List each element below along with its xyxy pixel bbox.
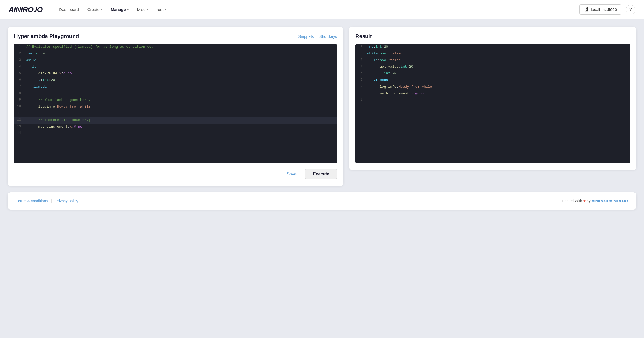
- result-content-2: while:bool:false: [365, 50, 630, 57]
- result-num-5: 5: [355, 70, 365, 77]
- nav-manage-chevron: ▾: [127, 8, 129, 11]
- code-line-7: 7 .lambda: [14, 84, 337, 90]
- code-editor[interactable]: 1 // Evaluates specified [.lambda] for a…: [14, 44, 337, 163]
- line-content-7: .lambda: [24, 84, 337, 90]
- nav-manage[interactable]: Manage ▾: [107, 5, 132, 14]
- code-line-5: 5 get-value:x:@.no: [14, 70, 337, 77]
- nav-create-chevron: ▾: [101, 8, 102, 11]
- editor-title: Hyperlambda Playground: [14, 33, 79, 39]
- code-line-18: [14, 157, 337, 164]
- code-line-10: 10 log.info:Howdy from while: [14, 104, 337, 110]
- result-content-1: .no:int:20: [365, 44, 630, 50]
- result-num-7: 7: [355, 84, 365, 90]
- result-line-6: 6 .lambda: [355, 77, 630, 84]
- hosted-text: Hosted With: [562, 199, 582, 203]
- footer-divider: |: [51, 199, 52, 203]
- result-line-2: 2 while:bool:false: [355, 50, 630, 57]
- line-content-9: // Your lambda goes here.: [24, 97, 337, 104]
- action-row: Save Execute: [14, 169, 337, 179]
- line-num-12: 12: [14, 117, 24, 124]
- code-line-12: 12 // Incrementing counter.|: [14, 117, 337, 124]
- code-line-4: 4 lt: [14, 64, 337, 70]
- footer-brand-text: AINIRO.IO: [610, 199, 628, 203]
- code-line-15: [14, 137, 337, 144]
- result-line-p3: [355, 117, 630, 124]
- line-content-10: log.info:Howdy from while: [24, 104, 337, 110]
- line-num-9: 9: [14, 97, 24, 104]
- result-content-7: log.info:Howdy from while: [365, 84, 630, 90]
- code-line-9: 9 // Your lambda goes here.: [14, 97, 337, 104]
- nav-dashboard[interactable]: Dashboard: [55, 5, 82, 14]
- result-line-9: 9: [355, 97, 630, 104]
- line-num-14: 14: [14, 130, 24, 137]
- line-num-4: 4: [14, 64, 24, 70]
- nav-misc[interactable]: Misc ▾: [133, 5, 152, 14]
- nav-root[interactable]: root ▾: [153, 5, 170, 14]
- line-num-17: [14, 150, 24, 157]
- logo: AINIRO.IO: [9, 5, 42, 14]
- result-line-7: 7 log.info:Howdy from while: [355, 84, 630, 90]
- code-line-2: 2 .no:int:0: [14, 50, 337, 57]
- editor-panel: Hyperlambda Playground Snippets Shortkey…: [8, 27, 343, 186]
- result-line-p1: [355, 104, 630, 110]
- code-line-14: 14: [14, 130, 337, 137]
- line-num-6: 6: [14, 77, 24, 84]
- line-content-5: get-value:x:@.no: [24, 70, 337, 77]
- terms-link[interactable]: Terms & conditions: [16, 199, 48, 203]
- save-button[interactable]: Save: [282, 170, 301, 179]
- result-code: 1 .no:int:20 2 while:bool:false 3 lt:boo…: [355, 44, 630, 163]
- result-num-9: 9: [355, 97, 365, 104]
- line-content-15: [24, 137, 337, 144]
- line-content-1: // Evaluates specified [.lambda] for as …: [24, 44, 337, 50]
- execute-button[interactable]: Execute: [305, 169, 337, 179]
- code-line-6: 6 .:int:20: [14, 77, 337, 84]
- result-num-2: 2: [355, 50, 365, 57]
- line-num-8: 8: [14, 90, 24, 97]
- nav-bar: AINIRO.IO Dashboard Create ▾ Manage ▾ Mi…: [0, 0, 644, 19]
- result-line-8: 8 math.increment:x:@.no: [355, 90, 630, 97]
- code-line-3: 3 while: [14, 57, 337, 64]
- line-content-4: lt: [24, 64, 337, 70]
- code-line-8: 8: [14, 90, 337, 97]
- footer-right: Hosted With ♥ by AINIRO.IOAINIRO.IO: [562, 199, 628, 203]
- nav-root-chevron: ▾: [165, 8, 166, 11]
- line-num-18: [14, 157, 24, 164]
- nav-create[interactable]: Create ▾: [84, 5, 106, 14]
- by-text: by: [587, 199, 591, 203]
- result-line-p4: [355, 124, 630, 130]
- result-line-3: 3 lt:bool:false: [355, 57, 630, 64]
- panels-row: Hyperlambda Playground Snippets Shortkey…: [8, 27, 636, 186]
- line-num-15: [14, 137, 24, 144]
- result-num-6: 6: [355, 77, 365, 84]
- line-num-7: 7: [14, 84, 24, 90]
- line-content-12: // Incrementing counter.|: [24, 117, 337, 124]
- result-content-8: math.increment:x:@.no: [365, 90, 630, 97]
- nav-create-label: Create: [87, 7, 100, 12]
- code-line-1: 1 // Evaluates specified [.lambda] for a…: [14, 44, 337, 50]
- result-content-9: [365, 97, 630, 104]
- heart-icon: ♥: [583, 199, 587, 203]
- footer-links: Terms & conditions | Privacy policy: [16, 199, 78, 203]
- code-line-16: [14, 144, 337, 150]
- code-line-13: 13 math.increment:x:@.no: [14, 124, 337, 130]
- snippets-link[interactable]: Snippets: [298, 34, 314, 39]
- nav-manage-label: Manage: [111, 7, 126, 12]
- result-content-3: lt:bool:false: [365, 57, 630, 64]
- help-button[interactable]: ?: [626, 5, 635, 14]
- line-content-17: [24, 150, 337, 157]
- main-content: Hyperlambda Playground Snippets Shortkey…: [0, 19, 644, 217]
- shortkeys-link[interactable]: Shortkeys: [319, 34, 337, 39]
- result-content-6: .lambda: [365, 77, 630, 84]
- line-num-16: [14, 144, 24, 150]
- editor-links: Snippets Shortkeys: [298, 34, 337, 39]
- nav-misc-label: Misc: [137, 7, 145, 12]
- footer-brand: AINIRO.IO: [592, 199, 610, 203]
- line-content-16: [24, 144, 337, 150]
- line-num-5: 5: [14, 70, 24, 77]
- footer-panel: Terms & conditions | Privacy policy Host…: [8, 192, 636, 210]
- result-line-p5: [355, 130, 630, 137]
- server-selector[interactable]: 🗄 localhost:5000: [579, 4, 621, 15]
- result-title: Result: [355, 33, 630, 39]
- result-line-p7: [355, 144, 630, 150]
- privacy-link[interactable]: Privacy policy: [55, 199, 78, 203]
